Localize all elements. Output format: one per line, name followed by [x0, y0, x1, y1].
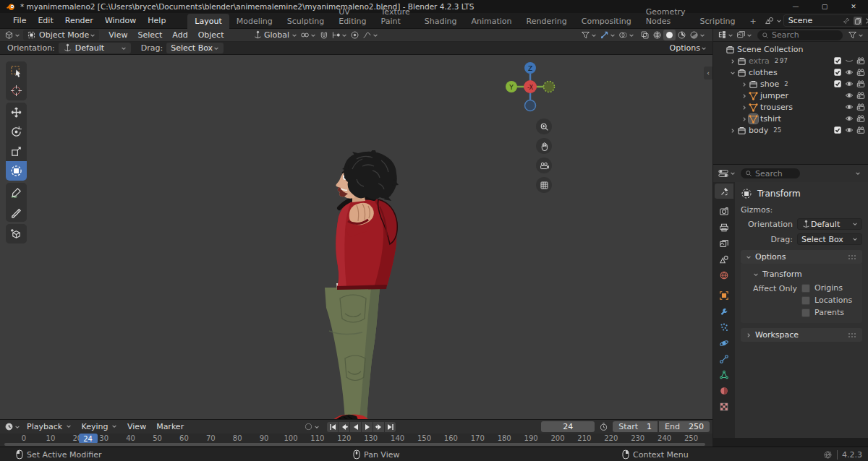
- tab-geometry-nodes[interactable]: Geometry Nodes: [639, 4, 693, 29]
- expand-icon[interactable]: [741, 103, 748, 111]
- tab-rendering[interactable]: Rendering: [519, 14, 574, 29]
- gizmo-orientation-select[interactable]: Default: [797, 218, 862, 230]
- pan-hand-button[interactable]: [536, 138, 552, 154]
- minimize-button[interactable]: —: [781, 0, 810, 13]
- properties-tab-scene[interactable]: [715, 251, 733, 267]
- outliner-row-tshirt[interactable]: tshirt: [713, 113, 868, 124]
- navigation-gizmo[interactable]: Z Y -X: [504, 61, 556, 113]
- properties-tab-view-layer[interactable]: [715, 236, 733, 251]
- outliner-row-trousers[interactable]: trousers: [713, 101, 868, 113]
- hide-eye-toggle[interactable]: [845, 79, 854, 88]
- scale-tool[interactable]: [6, 142, 27, 161]
- sidebar-toggle[interactable]: ‹: [704, 66, 712, 79]
- hide-eye-toggle[interactable]: [845, 91, 854, 100]
- add-cube-tool[interactable]: [6, 224, 27, 244]
- move-tool[interactable]: [6, 103, 27, 122]
- exclude-checkbox[interactable]: [833, 126, 842, 134]
- frame-start-field[interactable]: Start1: [613, 421, 658, 432]
- camera-view-button[interactable]: [536, 158, 552, 173]
- close-button[interactable]: ✕: [839, 0, 868, 13]
- xray-toggle[interactable]: [639, 30, 651, 40]
- expand-icon[interactable]: [741, 92, 748, 99]
- properties-tab-particles[interactable]: [715, 319, 733, 335]
- outliner-search[interactable]: Search: [757, 30, 843, 40]
- new-scene-icon[interactable]: [854, 17, 862, 25]
- proportional-edit-toggle[interactable]: [349, 30, 361, 40]
- hide-eye-toggle[interactable]: [845, 114, 854, 123]
- unlink-scene-icon[interactable]: [864, 17, 868, 25]
- checkbox-parents[interactable]: [801, 309, 810, 317]
- outliner-filter-button[interactable]: [846, 30, 865, 40]
- current-frame-field[interactable]: 24: [541, 421, 595, 432]
- snap-settings-dropdown[interactable]: [330, 30, 349, 40]
- show-overlays-toggle[interactable]: [617, 30, 636, 40]
- properties-tab-render[interactable]: [715, 204, 733, 219]
- play-button[interactable]: [362, 422, 373, 432]
- expand-icon[interactable]: [741, 115, 748, 122]
- zoom-button[interactable]: [536, 119, 552, 134]
- hide-eye-toggle[interactable]: [845, 103, 854, 111]
- timeline-menu-view[interactable]: View: [122, 421, 151, 433]
- chevron-down-icon[interactable]: [776, 18, 782, 24]
- pivot-point-dropdown[interactable]: [299, 30, 318, 40]
- playhead-current-frame[interactable]: 24: [79, 434, 98, 444]
- properties-editor-type-button[interactable]: [716, 168, 737, 179]
- timeline-ruler[interactable]: 0102030405060708090100110120130140150160…: [0, 434, 712, 444]
- drag-select[interactable]: Select Box: [166, 43, 224, 53]
- options-section-header[interactable]: Options: [741, 250, 862, 264]
- properties-tab-physics[interactable]: [715, 335, 733, 350]
- maximize-button[interactable]: ▢: [810, 0, 839, 13]
- properties-tab-tool[interactable]: [715, 184, 733, 199]
- collapse-icon[interactable]: [729, 69, 736, 76]
- tab-uv-editing[interactable]: UV Editing: [331, 4, 373, 29]
- exclude-checkbox[interactable]: [833, 56, 842, 65]
- menu-render[interactable]: Render: [59, 14, 99, 27]
- disable-render-toggle[interactable]: [856, 103, 865, 111]
- tab-animation[interactable]: Animation: [464, 14, 519, 29]
- tab-layout[interactable]: Layout: [187, 14, 229, 29]
- disable-render-toggle[interactable]: [856, 91, 865, 100]
- properties-tab-world[interactable]: [715, 267, 733, 283]
- scene-selector[interactable]: Scene: [783, 14, 868, 27]
- viewport-3d[interactable]: Z Y -X ‹: [0, 55, 712, 419]
- chevron-down-icon[interactable]: [855, 171, 861, 176]
- checkbox-locations[interactable]: [801, 296, 810, 305]
- transform-subsection-header[interactable]: Transform: [745, 265, 858, 280]
- menu-edit[interactable]: Edit: [32, 14, 59, 27]
- outliner-editor-type-button[interactable]: [716, 30, 735, 40]
- outliner-row-scene-collection[interactable]: Scene Collection: [713, 43, 868, 55]
- snap-toggle[interactable]: [318, 30, 330, 40]
- tab-shading[interactable]: Shading: [417, 14, 464, 29]
- timeline-editor-type-button[interactable]: [3, 421, 22, 432]
- tab-scripting[interactable]: Scripting: [693, 14, 743, 29]
- properties-tab-modifiers[interactable]: [715, 303, 733, 319]
- grip-icon[interactable]: [848, 332, 858, 338]
- menu-window[interactable]: Window: [99, 14, 142, 27]
- grid-ortho-button[interactable]: [536, 177, 552, 193]
- hide-eye-toggle[interactable]: [845, 126, 854, 134]
- use-preview-range-toggle[interactable]: [597, 421, 610, 432]
- shading-rendered-button[interactable]: [688, 30, 707, 40]
- gizmo-drag-select[interactable]: Select Box: [797, 233, 862, 245]
- checkbox-origins[interactable]: [801, 284, 810, 293]
- outliner-display-mode-button[interactable]: [735, 30, 754, 40]
- grip-icon[interactable]: [848, 254, 858, 260]
- tab-modeling[interactable]: Modeling: [229, 14, 280, 29]
- viewport-character[interactable]: [315, 150, 409, 419]
- outliner-row-shoe[interactable]: shoe2: [713, 78, 868, 90]
- viewport-menu-select[interactable]: Select: [132, 29, 167, 41]
- properties-search[interactable]: Search: [741, 168, 800, 178]
- disable-render-toggle[interactable]: [856, 68, 865, 77]
- timeline-scrollbar[interactable]: [4, 443, 705, 446]
- viewport-menu-object[interactable]: Object: [193, 29, 229, 41]
- shading-solid-button[interactable]: [663, 30, 676, 40]
- properties-tab-object-data[interactable]: [715, 367, 733, 382]
- select-box-tool[interactable]: [6, 61, 27, 81]
- orientation-dropdown[interactable]: Global: [252, 30, 299, 40]
- outliner-row-clothes[interactable]: clothes: [713, 66, 868, 78]
- disable-render-toggle[interactable]: [856, 56, 865, 65]
- tab-+[interactable]: +: [742, 14, 763, 29]
- show-gizmo-toggle[interactable]: [598, 30, 617, 40]
- mode-selector[interactable]: Object Mode: [23, 30, 99, 40]
- hide-eye-toggle[interactable]: [845, 56, 854, 65]
